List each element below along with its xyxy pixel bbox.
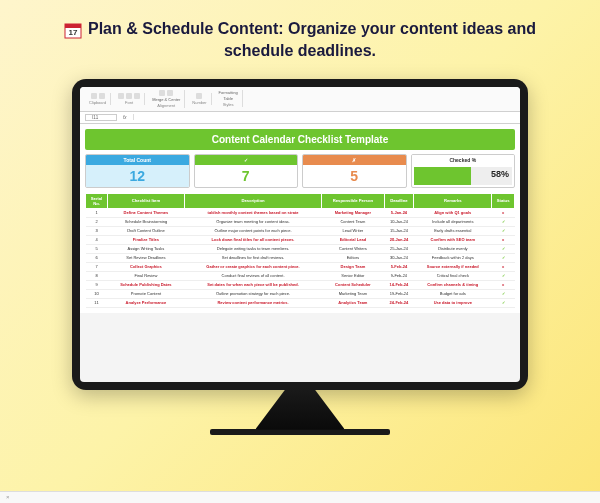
calendar-icon: 17 [64, 21, 82, 39]
ribbon-group-alignment[interactable]: Merge & CenterAlignment [148, 90, 185, 108]
formula-input[interactable] [133, 114, 515, 120]
table-row[interactable]: 7Collect GraphicsGather or create graphi… [86, 262, 515, 271]
table-dropdown[interactable]: Table [223, 96, 233, 101]
table-row[interactable]: 10Promote ContentOutline promotion strat… [86, 289, 515, 298]
card-done: ✓ 7 [194, 154, 299, 188]
monitor-stand [255, 388, 345, 430]
table-row[interactable]: 2Schedule BrainstormingOrganize team mee… [86, 217, 515, 226]
table-row[interactable]: 4Finalize TitlesLock down final titles f… [86, 235, 515, 244]
headline-text: Plan & Schedule Content: Organize your c… [88, 20, 536, 59]
table-row[interactable]: 11Analyze PerformanceReview content perf… [86, 298, 515, 307]
ribbon-group-styles[interactable]: Formatting TableStyles [215, 90, 243, 107]
column-header[interactable]: Description [184, 193, 321, 208]
ribbon-group-clipboard[interactable]: Clipboard [85, 93, 111, 105]
formula-bar[interactable]: I11 fx [80, 112, 520, 124]
table-row[interactable]: 5Assign Writing TasksDelegate writing ta… [86, 244, 515, 253]
progress-fill [414, 167, 471, 185]
svg-text:17: 17 [69, 28, 78, 37]
screen: Clipboard Font Merge & CenterAlignment N… [80, 87, 520, 382]
monitor-frame: Clipboard Font Merge & CenterAlignment N… [72, 79, 528, 390]
column-header[interactable]: Remarks [414, 193, 492, 208]
summary-cards: Total Count 12 ✓ 7 ✗ 5 Checked % 58% [85, 154, 515, 188]
page-headline: 17 Plan & Schedule Content: Organize you… [0, 0, 600, 71]
card-total-count: Total Count 12 [85, 154, 190, 188]
progress-bar: 58% [414, 167, 513, 185]
table-row[interactable]: 8Final ReviewConduct final reviews of al… [86, 271, 515, 280]
ribbon-group-font[interactable]: Font [114, 93, 145, 105]
column-header[interactable]: Checklist Item [108, 193, 185, 208]
page-footer: × [0, 491, 600, 503]
template-title: Content Calendar Checklist Template [85, 129, 515, 150]
formatting-dropdown[interactable]: Formatting [219, 90, 238, 95]
spreadsheet-area[interactable]: Content Calendar Checklist Template Tota… [80, 124, 520, 313]
cell-reference[interactable]: I11 [85, 114, 117, 121]
table-row[interactable]: 9Schedule Publishing DatesSet dates for … [86, 280, 515, 289]
ribbon-toolbar[interactable]: Clipboard Font Merge & CenterAlignment N… [80, 87, 520, 112]
table-row[interactable]: 3Draft Content OutlineOutline major cont… [86, 226, 515, 235]
card-pending: ✗ 5 [302, 154, 407, 188]
column-header[interactable]: Status [492, 193, 515, 208]
fx-icon[interactable]: fx [123, 115, 127, 120]
ribbon-group-number[interactable]: Number [188, 93, 211, 105]
table-row[interactable]: 1Define Content Themestablish monthly co… [86, 208, 515, 217]
column-header[interactable]: Responsible Person [322, 193, 384, 208]
column-header[interactable]: Deadline [384, 193, 414, 208]
card-checked-percent: Checked % 58% [411, 154, 516, 188]
merge-center-button[interactable]: Merge & Center [152, 97, 180, 102]
checklist-table[interactable]: Serial No.Checklist ItemDescriptionRespo… [85, 193, 515, 308]
table-row[interactable]: 6Set Review DeadlinesSet deadlines for f… [86, 253, 515, 262]
column-header[interactable]: Serial No. [86, 193, 108, 208]
